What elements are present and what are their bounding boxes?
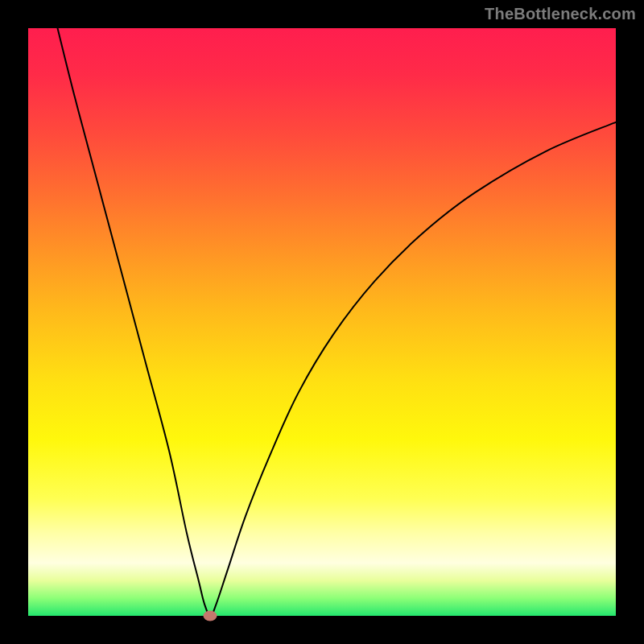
plot-area bbox=[28, 28, 616, 616]
curve-svg bbox=[28, 28, 616, 616]
optimal-point-marker bbox=[204, 611, 217, 621]
bottleneck-curve bbox=[58, 28, 617, 616]
watermark-text: TheBottleneck.com bbox=[485, 5, 636, 23]
chart-frame: TheBottleneck.com bbox=[0, 0, 644, 644]
